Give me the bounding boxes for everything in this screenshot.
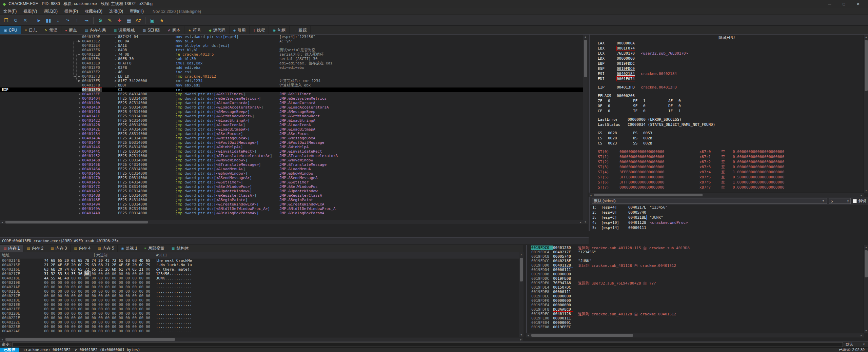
menu-item-1[interactable]: 视图(V) bbox=[20, 8, 40, 15]
segment-row[interactable]: CS0023SS002B bbox=[590, 141, 864, 146]
last-error[interactable]: LastError00000000 (ERROR_SUCCESS) bbox=[590, 117, 864, 122]
tab-内存 3[interactable]: ▤内存 3 bbox=[47, 245, 71, 252]
st-register-ST(7)[interactable]: ST(7)00000000000000000000x87r7空0.0000000… bbox=[590, 185, 864, 190]
disasm-row-004013F5[interactable]: 004013F5>81F7 34120000xor edi,1234计算完成后:… bbox=[0, 79, 583, 83]
disasm-row-0040148E[interactable]: ▪0040148EFF25 E4314000jmp dword ptr ds:[… bbox=[0, 198, 583, 202]
disasm-row-00401416[interactable]: ▪00401416FF25 94314000jmp dword ptr ds:[… bbox=[0, 110, 583, 114]
disasm-row-004013ED[interactable]: 004013ED.0FAFF8imul edi,eaxedi=edi*eax, … bbox=[0, 61, 583, 65]
arg-row-2[interactable]: 2:[esp+8]00005740 bbox=[590, 210, 868, 215]
stack-vscrollbar[interactable]: ▲ ▼ bbox=[864, 245, 868, 333]
dump-row-0040221E[interactable]: 0040221E00000000000000000000000000000000… bbox=[0, 316, 519, 320]
segment-row[interactable]: ES002BDS002B bbox=[590, 136, 864, 141]
dump-row-0040219E[interactable]: 0040219E00000000000000000000000000000000… bbox=[0, 280, 519, 285]
disasm-row-004013E6[interactable]: 004013E6.84DBtest bl,bl测试serial是否为空 bbox=[0, 48, 583, 52]
disasm-row-004013DE[interactable]: 004013DE.887424 04mov esi,dword ptr ss:[… bbox=[0, 35, 583, 39]
disasm-row-004013F0[interactable]: 004013F0.03FBadd edi,ebxedi=edi+ebx bbox=[0, 65, 583, 70]
disasm-row-0040140A[interactable]: ▪0040140AFF25 8C314000jmp dword ptr ds:[… bbox=[0, 101, 583, 105]
calling-convention-select[interactable]: 默认 (stdcall) ▼ bbox=[592, 198, 827, 204]
unlock-checkbox[interactable]: 解锁 bbox=[853, 198, 866, 203]
disasm-row-004013E4[interactable]: 004013E4.8A1Emov bl,byte ptr ds:[esi] bbox=[0, 43, 583, 48]
run-icon[interactable]: ► bbox=[35, 16, 43, 25]
close-button[interactable]: ✕ bbox=[851, 0, 865, 8]
disasm-row-004013E8[interactable]: 004013E8.74 0Bje crackme.4013F5serial为空:… bbox=[0, 52, 583, 57]
dump-row-0040222E[interactable]: 0040222E00000000000000000000000000000000… bbox=[0, 320, 519, 325]
stack-row-0019FDD4[interactable]: 0019FDD400000111 bbox=[527, 268, 864, 272]
register-ECX[interactable]: ECX76E80170<user32.sub_76E80170> bbox=[590, 51, 864, 56]
command-input[interactable] bbox=[13, 342, 843, 347]
registers-hscrollbar[interactable]: ◄ ► bbox=[589, 193, 864, 197]
disasm-row-00401440[interactable]: ▪00401440FF25 B0314000jmp dword ptr ds:[… bbox=[0, 140, 583, 145]
register-ESP[interactable]: ESP0019FDC0 bbox=[590, 66, 864, 71]
stack-hscrollbar[interactable]: ◄ ► bbox=[526, 333, 864, 337]
disasm-row-00401488[interactable]: ▪00401488FF25 E0314000jmp dword ptr ds:[… bbox=[0, 193, 583, 198]
stack-row-0019FDEC[interactable]: 0019FDEC00000000 bbox=[527, 294, 864, 298]
open-file-icon[interactable]: ❒ bbox=[2, 16, 11, 25]
stack-row-0019FDD0[interactable]: 0019FDD000401128返回到 crackme.sub_401128 自… bbox=[527, 263, 864, 268]
st-register-ST(1)[interactable]: ST(1)00000000000000000000x87r1空0.0000000… bbox=[590, 154, 864, 159]
dump-row-0040217E[interactable]: 0040217E31323334353600000000000000000000… bbox=[0, 272, 519, 276]
dump-row-004021CE[interactable]: 004021CE00000000000000000000000000000000… bbox=[0, 294, 519, 298]
disasm-row-00401434[interactable]: ▪00401434FF25 A8314000jmp dword ptr ds:[… bbox=[0, 132, 583, 136]
dump-row-0040223E[interactable]: 0040223E00000000000000000000000000000000… bbox=[0, 325, 519, 329]
disassembly-view[interactable]: 004013DE.887424 04mov esi,dword ptr ss:[… bbox=[0, 35, 583, 220]
registers-panel[interactable]: 隐藏FPUEAX0000000AEBX0001F074ECX76E80170<u… bbox=[589, 35, 864, 193]
dump-row-004021BE[interactable]: 004021BE00000000000000000000000000000000… bbox=[0, 289, 519, 294]
dump-row-0040216E[interactable]: 0040216E636B2074686572652C206D6174652100… bbox=[0, 267, 519, 272]
scroll-left-icon[interactable]: ◄ bbox=[589, 193, 593, 197]
stack-row-0019FE00[interactable]: 0019FE0000000111 bbox=[527, 316, 864, 320]
dump-row-0040214E[interactable]: 0040214E746865206E65787420437261636B4D65… bbox=[0, 258, 519, 263]
tab-内存 4[interactable]: ▤内存 4 bbox=[71, 245, 94, 252]
dump-row-004021FE[interactable]: 004021FE00000000000000000000000000000000… bbox=[0, 307, 519, 311]
tab-SEH链[interactable]: ▨SEH链 bbox=[139, 26, 164, 34]
scroll-up-icon[interactable]: ▲ bbox=[864, 35, 868, 39]
stack-row-0019FDFC[interactable]: 0019FDFC00401128返回到 crackme.sub_401128 自… bbox=[527, 312, 864, 316]
register-ESI[interactable]: ESI00402184crackme.00402184 bbox=[590, 71, 864, 76]
tab-CPU[interactable]: ▣CPU bbox=[0, 26, 21, 34]
dump-row-004021DE[interactable]: 004021DE00000000000000000000000000000000… bbox=[0, 298, 519, 302]
stack-row-0019FDCC[interactable]: 0019FDCC0040218E"JUNK" bbox=[527, 259, 864, 263]
disasm-row-0040141C[interactable]: ▪0040141CFF25 98314000jmp dword ptr ds:[… bbox=[0, 114, 583, 118]
stack-row-0019FDC0[interactable]: 0019FDC00040123D返回到 crackme.sub_401128+1… bbox=[527, 246, 864, 250]
tab-跟踪[interactable]: →跟踪 bbox=[290, 26, 311, 34]
arg-row-3[interactable]: 3:[esp+C]0040218E"JUNK" bbox=[590, 215, 868, 220]
disasm-row-0040145E[interactable]: ▪0040145EFF25 C4314000jmp dword ptr ds:[… bbox=[0, 162, 583, 167]
st-register-ST(5)[interactable]: ST(5)3FFE8000000000000000x87r5空0.5000000… bbox=[590, 175, 864, 180]
tab-内存布局[interactable]: ▤内存布局 bbox=[81, 26, 110, 34]
disasm-row-004013FE[interactable]: ▪004013FEFF25 84314000jmp dword ptr ds:[… bbox=[0, 92, 583, 96]
scroll-down-icon[interactable]: ▼ bbox=[864, 329, 868, 333]
dump-rows[interactable]: 0040214E746865206E65787420437261636B4D65… bbox=[0, 258, 519, 333]
step-out-icon[interactable]: ↑ bbox=[73, 16, 81, 25]
disasm-row-00401422[interactable]: ▪00401422FF25 9C314000jmp dword ptr ds:[… bbox=[0, 118, 583, 123]
scroll-up-icon[interactable]: ▲ bbox=[583, 35, 588, 39]
tab-引用[interactable]: ◈引用 bbox=[230, 26, 250, 34]
scroll-down-icon[interactable]: ▼ bbox=[519, 333, 524, 337]
dump-row-0040224E[interactable]: 0040224E00000000000000000000000000000000… bbox=[0, 329, 519, 333]
disasm-row-0040149A[interactable]: ▪0040149AFF25 EC314000jmp dword ptr ds:[… bbox=[0, 207, 583, 211]
disasm-row-0040144C[interactable]: ▪0040144CFF25 B8314000jmp dword ptr ds:[… bbox=[0, 149, 583, 154]
stack-panel[interactable]: 0019FDC00040123D返回到 crackme.sub_401128+1… bbox=[526, 245, 864, 333]
scroll-right-icon[interactable]: ► bbox=[578, 220, 583, 224]
stack-row-0019FDD8[interactable]: 0019FDD800000000 bbox=[527, 272, 864, 276]
flags-row[interactable]: OF0SF0DF0 bbox=[590, 103, 864, 109]
last-status[interactable]: LastStatusC0000034 (STATUS_OBJECT_NAME_N… bbox=[590, 122, 864, 127]
menu-item-0[interactable]: 文件(F) bbox=[0, 8, 20, 15]
dump-row-004021EE[interactable]: 004021EE00000000000000000000000000000000… bbox=[0, 302, 519, 307]
calculator-icon[interactable]: ▦ bbox=[124, 16, 133, 25]
disasm-row-004013FD[interactable]: EIP004013FDC3ret bbox=[0, 87, 583, 92]
az-convert-icon[interactable]: Az bbox=[134, 16, 143, 25]
dump-row-0040220E[interactable]: 0040220E00000000000000000000000000000000… bbox=[0, 311, 519, 316]
scroll-down-icon[interactable]: ▼ bbox=[864, 188, 868, 193]
disasm-row-004013F2[interactable]: 004013F2.46inc esi bbox=[0, 70, 583, 74]
tab-句柄[interactable]: ◉句柄 bbox=[269, 26, 290, 34]
st-register-ST(3)[interactable]: ST(3)00000000000000000000x87r3空0.0000000… bbox=[590, 164, 864, 170]
st-register-ST(0)[interactable]: ST(0)00000000000000000000x87r0空0.0000000… bbox=[590, 149, 864, 154]
flags-row[interactable]: CF0TF0IF1 bbox=[590, 109, 864, 114]
dump-vscrollbar[interactable]: ▲ ▼ bbox=[519, 252, 524, 337]
register-EBX[interactable]: EBX0001F074 bbox=[590, 46, 864, 51]
menu-item-4[interactable]: 收藏夹(B) bbox=[81, 8, 106, 15]
register-EDI[interactable]: EDI0001F074 bbox=[590, 76, 864, 81]
dump-row-0040215E[interactable]: 0040215E212E4E6F206C75636B212E4E6F206C75… bbox=[0, 263, 519, 267]
disasm-row-00401428[interactable]: ▪00401428FF25 A0314000jmp dword ptr ds:[… bbox=[0, 123, 583, 127]
tab-内存 1[interactable]: ▤内存 1 bbox=[0, 245, 23, 252]
menu-item-6[interactable]: 帮助(H) bbox=[126, 8, 147, 15]
